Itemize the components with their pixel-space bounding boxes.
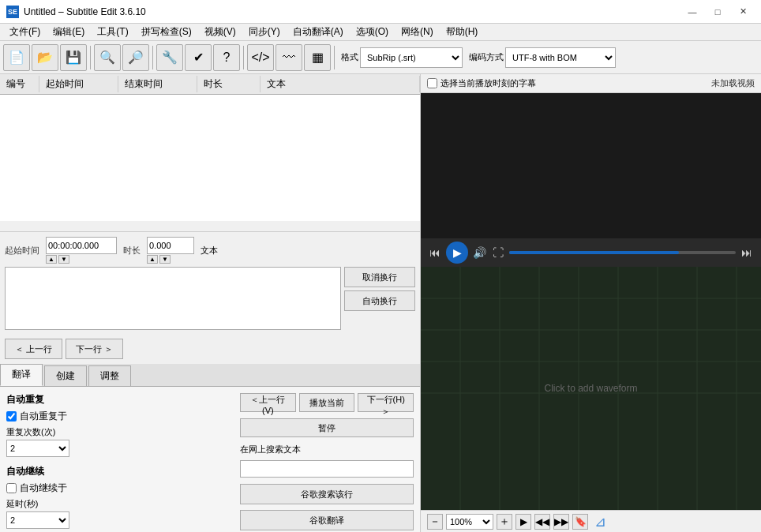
fast-forward-button[interactable]: ⏭: [739, 245, 755, 260]
trans-left: 自动重复 自动重复于 重复次数(次) 2 1 3 4 5: [6, 393, 240, 532]
auto-repeat-section: 自动重复 自动重复于 重复次数(次) 2 1 3 4 5: [6, 393, 234, 457]
video-controls: ⏮ ▶ 🔊 ⛶ ⏭: [421, 238, 761, 267]
trans-right: ＜上一行(V) 播放当前 下一行(H)＞ 暂停 在网上搜索文本 谷歌搜索该行 谷…: [240, 393, 414, 532]
nav-row: ＜ 上一行 下一行 ＞: [5, 339, 415, 359]
tab-translate[interactable]: 翻译: [0, 364, 43, 386]
start-up-btn[interactable]: ▲: [46, 255, 57, 264]
encoding-label: 编码方式: [469, 51, 504, 63]
right-panel: 选择当前播放时刻的字幕 未加载视频 ⏮ ▶ 🔊 ⛶ ⏭: [421, 74, 761, 532]
not-loaded-text: 未加载视频: [711, 77, 755, 89]
trans-play-current-button[interactable]: 播放当前: [299, 393, 355, 412]
start-time-label: 起始时间: [5, 245, 39, 257]
menu-options[interactable]: 选项(O): [350, 24, 395, 40]
wf-forward-button[interactable]: ▶▶: [553, 514, 569, 530]
menu-tools[interactable]: 工具(T): [91, 24, 134, 40]
google-translate-button[interactable]: 谷歌翻译: [240, 510, 414, 530]
repeat-count-select[interactable]: 2 1 3 4 5: [6, 440, 69, 457]
start-time-input[interactable]: [46, 237, 117, 254]
title-bar: SE Untitled – Subtitle Edit 3.6.10 — □ ✕: [0, 0, 761, 24]
waveform-area[interactable]: Click to add waveform － 100% 50% 200% ＋ …: [421, 267, 761, 532]
dur-input[interactable]: [147, 237, 194, 254]
menu-edit[interactable]: 编辑(E): [47, 24, 91, 40]
source-button[interactable]: </>: [247, 44, 274, 71]
auto-continue-row: 自动继续于: [6, 481, 234, 495]
table-body[interactable]: [0, 95, 420, 221]
zoom-out-button[interactable]: －: [427, 514, 443, 530]
menu-network[interactable]: 网络(N): [395, 24, 440, 40]
col-header-text: 文本: [261, 76, 420, 92]
auto-repeat-checkbox[interactable]: [6, 411, 17, 421]
close-button[interactable]: ✕: [731, 5, 755, 19]
auto-repeat-label: 自动重复于: [20, 410, 67, 423]
search-text-input[interactable]: [240, 460, 414, 478]
tab-bar: 翻译 创建 调整: [0, 364, 420, 387]
dur-down-btn[interactable]: ▼: [159, 255, 171, 264]
separator-3: [243, 46, 244, 69]
menu-sync[interactable]: 同步(Y): [242, 24, 287, 40]
menu-video[interactable]: 视频(V): [198, 24, 242, 40]
encoding-select[interactable]: UTF-8 with BOM: [505, 47, 616, 68]
new-button[interactable]: 📄: [3, 44, 30, 71]
minimize-button[interactable]: —: [680, 5, 704, 19]
pause-button[interactable]: 暂停: [240, 418, 414, 437]
google-search-button[interactable]: 谷歌搜索该行: [240, 484, 414, 504]
auto-continue-label: 自动继续于: [20, 481, 67, 495]
menu-file[interactable]: 文件(F): [3, 24, 47, 40]
repeat-count-label: 重复次数(次): [6, 426, 234, 438]
auto-continue-checkbox[interactable]: [6, 483, 17, 493]
zoom-select[interactable]: 100% 50% 200%: [446, 514, 493, 530]
format-label: 格式: [341, 51, 358, 63]
tab-content: 自动重复 自动重复于 重复次数(次) 2 1 3 4 5: [0, 387, 420, 532]
next-line-button[interactable]: 下一行 ＞: [66, 339, 123, 359]
col-header-start: 起始时间: [39, 76, 118, 92]
video-display[interactable]: [421, 93, 761, 238]
maximize-button[interactable]: □: [706, 5, 729, 19]
rewind-button[interactable]: ⏮: [427, 245, 443, 260]
delay-select[interactable]: 2 1 3 4 5: [6, 511, 69, 529]
video-progress-bar[interactable]: [509, 251, 736, 254]
left-panel: 编号 起始时间 结束时间 时长 文本 起始时间 ▲ ▼ 时长: [0, 74, 421, 532]
format-select[interactable]: SubRip (.srt): [360, 47, 463, 68]
menu-autotranslate[interactable]: 自动翻译(A): [287, 24, 350, 40]
help-button[interactable]: ?: [213, 44, 240, 71]
tab-create[interactable]: 创建: [44, 365, 87, 386]
start-down-btn[interactable]: ▼: [58, 255, 69, 264]
menu-spellcheck[interactable]: 拼写检查(S): [135, 24, 198, 40]
video-progress-fill: [509, 251, 679, 254]
toolbar: 📄 📂 💾 🔍 🔎 🔧 ✔ ? </> 〰 ▦ 格式 SubRip (.srt)…: [0, 41, 761, 74]
trans-next-button[interactable]: 下一行(H)＞: [358, 393, 414, 412]
main-area: 编号 起始时间 结束时间 时长 文本 起始时间 ▲ ▼ 时长: [0, 74, 761, 532]
play-button[interactable]: ▶: [446, 242, 468, 264]
delay-label: 延时(秒): [6, 498, 234, 510]
open-button[interactable]: 📂: [32, 44, 58, 71]
video-area: ⏮ ▶ 🔊 ⛶ ⏭: [421, 93, 761, 267]
tab-adjust[interactable]: 调整: [88, 365, 131, 386]
spellcheck-button[interactable]: ✔: [185, 44, 212, 71]
waveform-controls: － 100% 50% 200% ＋ ▶ ◀◀ ▶▶ 🔖 ⊿: [421, 510, 761, 532]
wf-bookmark-button[interactable]: 🔖: [572, 514, 588, 530]
findreplace-button[interactable]: 🔎: [122, 44, 149, 71]
action-buttons: 取消换行 自动换行: [344, 267, 415, 332]
dur-up-btn[interactable]: ▲: [147, 255, 158, 264]
subtitle-sync-checkbox[interactable]: [427, 78, 437, 88]
text-edit[interactable]: [5, 267, 341, 330]
waveform-canvas[interactable]: Click to add waveform: [421, 267, 761, 510]
cancel-linebreak-button[interactable]: 取消换行: [344, 267, 415, 287]
search-label: 在网上搜索文本: [240, 444, 414, 455]
fixcommon-button[interactable]: 🔧: [156, 44, 183, 71]
volume-button[interactable]: 🔊: [471, 245, 487, 260]
menu-help[interactable]: 帮助(H): [440, 24, 485, 40]
video-button[interactable]: ▦: [304, 44, 331, 71]
fullscreen-button[interactable]: ⛶: [490, 245, 506, 260]
trans-prev-button[interactable]: ＜上一行(V): [240, 393, 296, 412]
auto-linebreak-button[interactable]: 自动换行: [344, 290, 415, 311]
wf-play-button[interactable]: ▶: [515, 514, 531, 530]
wf-anchor-button[interactable]: ⊿: [594, 513, 606, 530]
zoom-in-button[interactable]: ＋: [497, 514, 512, 530]
find-button[interactable]: 🔍: [94, 44, 121, 71]
waveform-button[interactable]: 〰: [276, 44, 302, 71]
prev-line-button[interactable]: ＜ 上一行: [5, 339, 62, 359]
wf-back-button[interactable]: ◀◀: [534, 514, 550, 530]
edit-area: 起始时间 ▲ ▼ 时长 ▲ ▼ 文本: [0, 232, 420, 364]
save-button[interactable]: 💾: [60, 44, 87, 71]
